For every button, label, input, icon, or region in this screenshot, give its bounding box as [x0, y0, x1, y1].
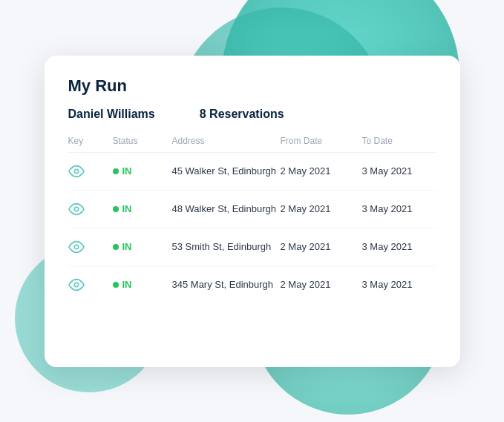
main-card: My Run Daniel Williams 8 Reservations Ke… [45, 56, 460, 367]
status-label: IN [122, 279, 132, 290]
table-row: IN 45 Walker St, Edinburgh 2 May 2021 3 … [68, 153, 436, 191]
col-header-address: Address [172, 136, 281, 146]
status-label: IN [122, 165, 132, 177]
svg-point-52 [74, 283, 79, 287]
svg-point-50 [74, 207, 79, 211]
col-header-to: To Date [362, 136, 436, 146]
status-indicator [113, 206, 119, 212]
table-row: IN 53 Smith St, Edinburgh 2 May 2021 3 M… [68, 228, 436, 266]
table-row: IN 48 Walker St, Edinburgh 2 May 2021 3 … [68, 191, 436, 228]
col-header-status: Status [113, 136, 172, 146]
address-cell: 45 Walker St, Edinburgh [172, 165, 281, 177]
from-date-cell: 2 May 2021 [281, 241, 362, 252]
to-date-cell: 3 May 2021 [362, 165, 436, 177]
from-date-cell: 2 May 2021 [281, 279, 362, 290]
table-header: Key Status Address From Date To Date [68, 136, 436, 153]
subtitle-row: Daniel Williams 8 Reservations [68, 108, 436, 121]
from-date-cell: 2 May 2021 [281, 203, 362, 214]
view-key-button[interactable] [68, 239, 113, 255]
status-cell: IN [113, 279, 172, 290]
address-cell: 345 Mary St, Edinburgh [172, 279, 281, 290]
view-key-button[interactable] [68, 277, 113, 293]
status-label: IN [122, 203, 132, 214]
status-indicator [113, 168, 119, 174]
status-indicator [113, 244, 119, 250]
svg-point-49 [74, 169, 79, 174]
table-row: IN 345 Mary St, Edinburgh 2 May 2021 3 M… [68, 266, 436, 303]
page-title: My Run [68, 76, 436, 96]
status-label: IN [122, 241, 132, 252]
view-key-button[interactable] [68, 163, 113, 179]
svg-point-51 [74, 245, 79, 249]
user-name: Daniel Williams [68, 108, 155, 121]
col-header-key: Key [68, 136, 113, 146]
to-date-cell: 3 May 2021 [362, 203, 436, 214]
reservations-table: Key Status Address From Date To Date IN … [68, 136, 436, 303]
to-date-cell: 3 May 2021 [362, 241, 436, 252]
view-key-button[interactable] [68, 201, 113, 217]
reservations-count: 8 Reservations [200, 108, 284, 121]
to-date-cell: 3 May 2021 [362, 279, 436, 290]
address-cell: 53 Smith St, Edinburgh [172, 241, 281, 252]
status-cell: IN [113, 203, 172, 214]
status-cell: IN [113, 165, 172, 177]
status-cell: IN [113, 241, 172, 252]
status-indicator [113, 282, 119, 288]
col-header-from: From Date [281, 136, 362, 146]
from-date-cell: 2 May 2021 [281, 165, 362, 177]
address-cell: 48 Walker St, Edinburgh [172, 203, 281, 214]
